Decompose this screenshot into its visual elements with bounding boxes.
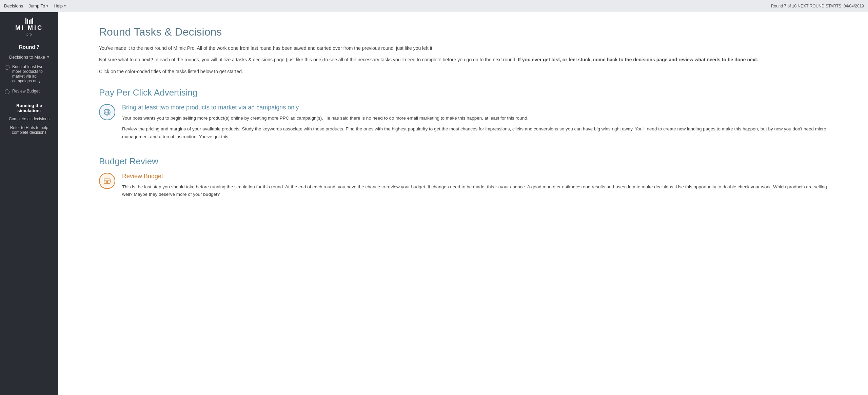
task1-icon-circle[interactable]: [99, 104, 115, 120]
task-row-ppc: Bring at least two more products to mark…: [99, 104, 827, 144]
task2-desc: This is the last step you should take be…: [122, 183, 827, 199]
sidebar-decisions-header[interactable]: Decisions to Make ▾: [0, 53, 58, 62]
sidebar-task-bring-products[interactable]: Bring at least two more products to mark…: [0, 62, 58, 86]
task2-body: Review Budget This is the last step you …: [122, 173, 827, 202]
globe-icon: [103, 108, 111, 116]
sidebar-logo: MI MIC pro: [0, 12, 58, 39]
decisions-nav-item[interactable]: Decisions: [4, 3, 23, 8]
intro-paragraph-2: Not sure what to do next? In each of the…: [99, 56, 827, 63]
task2-icon-circle[interactable]: [99, 173, 115, 189]
jumpto-nav-item[interactable]: Jump To ▾: [28, 3, 48, 8]
sidebar: MI MIC pro Round 7 Decisions to Make ▾ B…: [0, 12, 58, 395]
task-row-budget: Review Budget This is the last step you …: [99, 173, 827, 202]
task1-desc2: Review the pricing and margins of your a…: [122, 125, 827, 141]
sidebar-refer-hints-link[interactable]: Refer to Hints to help complete decision…: [0, 123, 58, 137]
task-circle-icon-2: [5, 89, 9, 94]
sidebar-task-review-budget[interactable]: Review Budget: [0, 86, 58, 97]
round-info: Round 7 of 10 NEXT ROUND STARTS: 04/04/2…: [771, 4, 864, 8]
sidebar-round-label: Round 7: [0, 39, 58, 53]
task1-title[interactable]: Bring at least two more products to mark…: [122, 104, 827, 111]
logo-sub: pro: [26, 32, 32, 36]
logo-bar-1: [25, 18, 26, 24]
logo-text: MI MIC: [15, 24, 43, 32]
section1-title: Pay Per Click Advertising: [99, 87, 827, 98]
money-icon: [103, 177, 111, 185]
sidebar-simulation-section-title: Running the simulation:: [0, 97, 58, 115]
logo-bar-2: [27, 19, 28, 24]
task1-body: Bring at least two more products to mark…: [122, 104, 827, 144]
task1-desc1: Your boss wants you to begin selling mor…: [122, 115, 827, 122]
task2-title[interactable]: Review Budget: [122, 173, 827, 180]
help-nav-item[interactable]: Help ▾: [54, 3, 66, 8]
jumpto-chevron-icon: ▾: [46, 4, 48, 8]
task-circle-icon-1: [5, 65, 9, 70]
logo-bar-5: [32, 18, 33, 24]
intro-paragraph-1: You've made it to the next round of Mimi…: [99, 44, 827, 52]
logo-bar-3: [29, 20, 30, 24]
main-layout: MI MIC pro Round 7 Decisions to Make ▾ B…: [0, 12, 868, 395]
sidebar-complete-all-decisions-link[interactable]: Complete all decisions: [0, 115, 58, 123]
svg-point-6: [106, 181, 108, 183]
logo-bars: [25, 18, 33, 24]
top-nav-left: Decisions Jump To ▾ Help ▾: [4, 3, 66, 8]
intro-paragraph-3: Click on the color-coded titles of the t…: [99, 68, 827, 75]
logo-bar-4: [31, 19, 32, 24]
help-chevron-icon: ▾: [64, 4, 66, 8]
main-content-area: Round Tasks & Decisions You've made it t…: [58, 12, 868, 395]
section2-title: Budget Review: [99, 156, 827, 167]
page-title: Round Tasks & Decisions: [99, 26, 827, 38]
top-navigation: Decisions Jump To ▾ Help ▾ Round 7 of 10…: [0, 0, 868, 12]
decisions-chevron-icon: ▾: [47, 55, 49, 59]
